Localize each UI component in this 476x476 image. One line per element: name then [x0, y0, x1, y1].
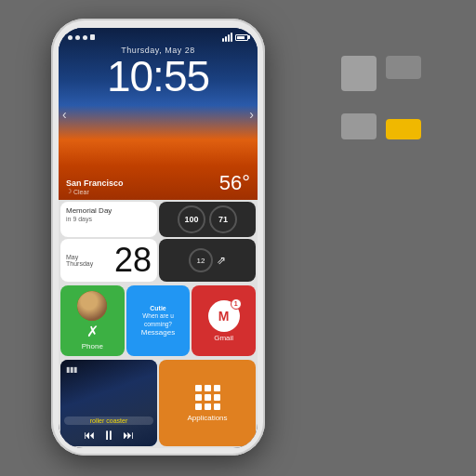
phone-avatar [77, 291, 107, 321]
message-sender: Cutie [150, 305, 166, 311]
status-left-icons [68, 34, 95, 40]
scene: Thursday, May 28 10:55 ‹ › San Francisco… [0, 0, 476, 476]
apps-dot-8 [205, 403, 211, 410]
apps-dot-5 [205, 394, 211, 401]
phone-app-tile[interactable]: ✗ Phone [60, 285, 125, 356]
volume-down-button [51, 165, 52, 198]
messages-app-tile[interactable]: Cutie When are u comming? Messages [126, 285, 191, 356]
message-preview: When are u comming? [130, 312, 187, 328]
apps-dot-4 [195, 394, 202, 401]
phone-screen: Thursday, May 28 10:55 ‹ › San Francisco… [59, 28, 258, 448]
gmail-m-icon: M [218, 309, 230, 324]
weekday-label: Thursday [66, 260, 93, 267]
memorial-subtitle: in 9 days [66, 216, 152, 222]
status-bar [59, 28, 258, 44]
date-number: 28 [114, 244, 152, 277]
apps-dot-3 [214, 385, 220, 391]
status-dot-3 [83, 35, 87, 40]
day-label: May Thursday [66, 254, 93, 267]
signal-icon [222, 33, 232, 42]
gmail-badge: 1 [231, 298, 242, 310]
battery-icon [235, 34, 248, 41]
gmail-icon-circle: M 1 [208, 300, 240, 332]
nav-arrows: ‹ › [59, 107, 258, 122]
right-arrow-icon: › [249, 107, 254, 122]
signal-bar-3 [228, 34, 230, 42]
status-lock-icon [90, 34, 95, 40]
logo-block-3 [341, 113, 377, 139]
missed-call-icon: ✗ [86, 323, 99, 340]
battery-fill [237, 36, 245, 39]
weather-widget: San Francisco ☽ Clear 56° [59, 171, 258, 195]
left-arrow-icon: ‹ [62, 107, 67, 122]
bottom-row: ▮▮▮ roller coaster ⏮ ⏸ ⏭ [59, 358, 258, 448]
applications-label: Applications [187, 414, 227, 422]
apps-dot-7 [195, 403, 202, 410]
memorial-title: Memorial Day [66, 206, 152, 215]
power-button [264, 112, 265, 149]
signal-bar-2 [225, 36, 227, 42]
month-label: May [66, 254, 93, 260]
circle-val-2: 71 [209, 205, 237, 233]
gmail-app-tile[interactable]: M 1 Gmail [192, 285, 256, 356]
logo-block-4 [386, 119, 421, 139]
date-widget: May Thursday 28 [60, 239, 157, 282]
apps-dot-6 [214, 394, 220, 401]
signal-bar-4 [231, 33, 232, 42]
weather-city: San Francisco [66, 178, 124, 188]
lock-screen-header: Thursday, May 28 10:55 ‹ › San Francisco… [59, 28, 258, 200]
apps-dot-2 [205, 385, 211, 391]
apps-dot-1 [195, 385, 202, 391]
weather-condition-text: Clear [73, 189, 89, 195]
prev-track-button[interactable]: ⏮ [84, 429, 95, 442]
logo [341, 56, 425, 139]
play-pause-button[interactable]: ⏸ [102, 428, 115, 443]
phone: Thursday, May 28 10:55 ‹ › San Francisco… [51, 19, 265, 456]
circle-val-1: 100 [178, 205, 205, 233]
logo-block-1 [341, 56, 377, 91]
arrow-right-icon: ⇗ [217, 254, 226, 267]
memorial-day-widget: Memorial Day in 9 days [60, 202, 157, 237]
circle-small-val: 12 [189, 248, 213, 272]
widget-grid-top: Memorial Day in 9 days 100 71 May Thursd… [59, 200, 258, 284]
apps-dot-9 [214, 403, 220, 410]
messages-app-label: Messages [141, 328, 175, 337]
weather-condition: ☽ Clear [66, 188, 124, 195]
next-track-button[interactable]: ⏭ [123, 429, 134, 442]
music-bars-icon: ▮▮▮ [66, 365, 77, 374]
status-right-icons [222, 33, 248, 42]
song-title: roller coaster [64, 416, 153, 425]
music-tile[interactable]: ▮▮▮ roller coaster ⏮ ⏸ ⏭ [60, 360, 157, 446]
circles-top-widget: 100 71 [159, 202, 256, 237]
signal-bar-1 [222, 38, 224, 42]
status-dot-2 [75, 35, 80, 40]
volume-up-button [51, 126, 52, 158]
gmail-app-label: Gmail [214, 334, 233, 342]
circles-bottom-widget: 12 ⇗ [159, 239, 256, 282]
apps-grid-icon [195, 385, 220, 410]
clock-display: Thursday, May 28 10:55 [59, 44, 258, 98]
music-controls: ⏮ ⏸ ⏭ [64, 428, 153, 443]
battery-tip [248, 35, 250, 39]
mute-button [51, 93, 52, 116]
weather-info: San Francisco ☽ Clear [66, 178, 124, 195]
logo-block-2 [386, 56, 421, 79]
clock-date: Thursday, May 28 [59, 46, 258, 55]
clock-time: 10:55 [59, 55, 258, 98]
avatar-image [77, 291, 107, 321]
moon-icon: ☽ [66, 188, 72, 195]
app-row: ✗ Phone Cutie When are u comming? Messag… [59, 284, 258, 358]
weather-temperature: 56° [219, 171, 250, 195]
applications-tile[interactable]: Applications [159, 360, 256, 446]
status-dot-1 [68, 35, 73, 40]
phone-app-label: Phone [82, 342, 103, 350]
